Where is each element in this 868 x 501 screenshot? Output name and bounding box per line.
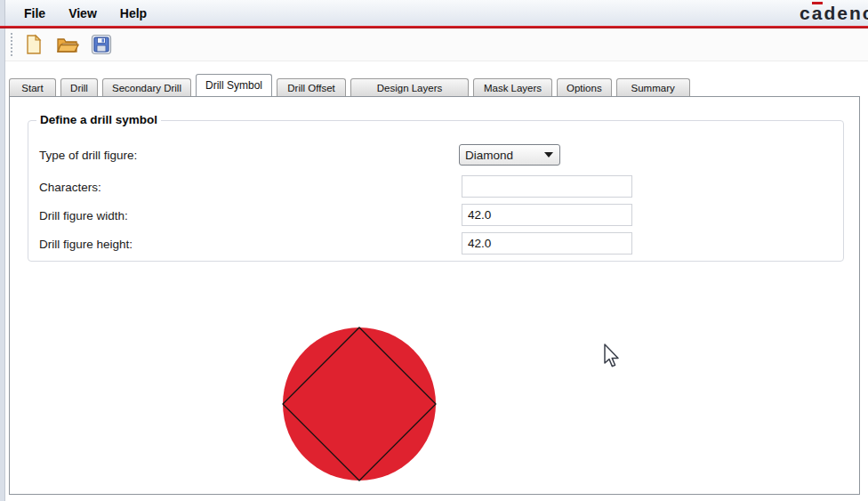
drill-figure-width-label: Drill figure width: — [39, 209, 128, 222]
open-file-button[interactable] — [54, 31, 81, 58]
dropdown-selected-value: Diamond — [465, 149, 513, 162]
tab-drill-symbol[interactable]: Drill Symbol — [196, 74, 272, 96]
toolbar — [5, 28, 868, 61]
tab-design-layers[interactable]: Design Layers — [350, 78, 469, 96]
mouse-cursor-icon — [603, 343, 623, 370]
drill-circle-shape — [283, 327, 436, 481]
characters-label: Characters: — [39, 181, 101, 194]
tab-summary[interactable]: Summary — [616, 78, 690, 96]
type-of-drill-figure-row: Type of drill figure: Diamond — [39, 144, 834, 166]
menu-bar: File View Help cadence — [5, 0, 868, 26]
characters-input[interactable] — [462, 175, 632, 198]
drill-symbol-preview — [277, 321, 446, 490]
drill-figure-height-row: Drill figure height: — [39, 233, 834, 255]
tab-drill[interactable]: Drill — [60, 78, 98, 96]
tab-secondary-drill[interactable]: Secondary Drill — [102, 78, 191, 96]
menu-view[interactable]: View — [57, 0, 108, 26]
chevron-down-icon — [544, 152, 553, 158]
drill-figure-width-row: Drill figure width: — [39, 205, 834, 226]
open-folder-icon — [56, 34, 79, 55]
drill-figure-height-label: Drill figure height: — [39, 238, 133, 251]
new-document-icon — [23, 34, 44, 55]
tab-drill-offset[interactable]: Drill Offset — [277, 78, 346, 96]
drill-figure-type-dropdown[interactable]: Diamond — [459, 144, 560, 166]
save-file-button[interactable] — [88, 31, 115, 58]
window-left-edge — [0, 0, 5, 501]
type-of-drill-figure-label: Type of drill figure: — [39, 149, 137, 162]
menu-items: File View Help — [12, 0, 158, 26]
drill-symbol-panel: Define a drill symbol Type of drill figu… — [9, 96, 860, 495]
tab-options[interactable]: Options — [557, 78, 612, 96]
new-file-button[interactable] — [20, 31, 47, 58]
menu-file[interactable]: File — [12, 0, 57, 26]
characters-row: Characters: — [39, 176, 834, 198]
menu-help[interactable]: Help — [108, 0, 158, 26]
tab-mask-layers[interactable]: Mask Layers — [473, 78, 552, 96]
tab-strip: Start Drill Secondary Drill Drill Symbol… — [9, 74, 860, 96]
save-floppy-icon — [91, 34, 112, 55]
group-title: Define a drill symbol — [36, 113, 161, 126]
drill-figure-height-input[interactable] — [462, 232, 632, 255]
drill-figure-width-input[interactable] — [462, 204, 632, 226]
cadence-logo: cadence — [800, 2, 868, 25]
toolbar-grip-handle[interactable] — [11, 33, 13, 56]
define-drill-symbol-group: Define a drill symbol Type of drill figu… — [28, 120, 844, 262]
tab-start[interactable]: Start — [9, 78, 56, 96]
